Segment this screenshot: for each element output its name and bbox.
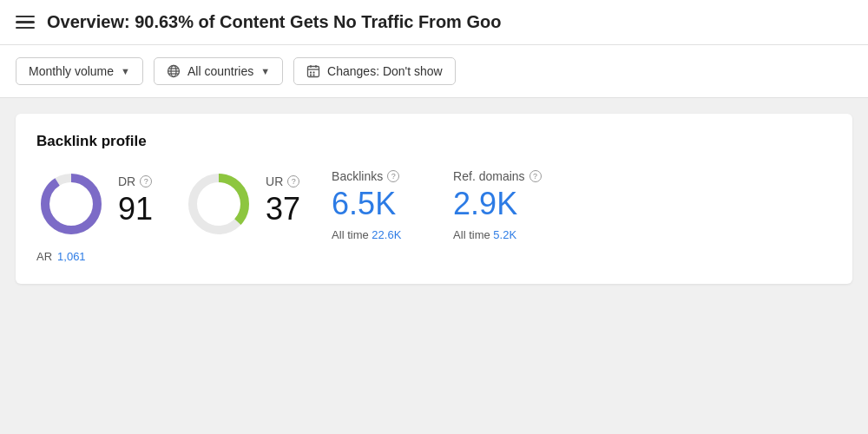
svg-rect-9 xyxy=(310,72,312,74)
hamburger-menu-icon[interactable] xyxy=(16,16,35,30)
ref-domains-label: Ref. domains ? xyxy=(453,169,543,183)
ref-domains-alltime-value: 5.2K xyxy=(493,228,516,241)
backlinks-value: 6.5K xyxy=(332,187,422,221)
monthly-volume-button[interactable]: Monthly volume ▼ xyxy=(16,57,143,85)
metrics-row: DR ? 91 xyxy=(36,169,832,241)
ur-help-icon[interactable]: ? xyxy=(287,175,299,187)
card-title: Backlink profile xyxy=(36,133,832,150)
main-content: Backlink profile DR xyxy=(0,98,868,299)
dr-metric: DR ? 91 xyxy=(36,169,184,239)
ur-metric: UR ? 37 xyxy=(184,169,332,239)
all-countries-button[interactable]: All countries ▼ xyxy=(154,57,283,85)
globe-icon xyxy=(167,64,181,78)
svg-point-15 xyxy=(52,185,90,223)
ar-label: AR xyxy=(36,250,52,263)
calendar-icon xyxy=(306,64,320,78)
backlinks-metric: Backlinks ? 6.5K All time 22.6K xyxy=(332,169,453,241)
ref-domains-metric: Ref. domains ? 2.9K All time 5.2K xyxy=(453,169,575,241)
ref-domains-sub: All time 5.2K xyxy=(453,228,543,241)
backlinks-help-icon[interactable]: ? xyxy=(387,170,399,182)
ur-label: UR ? xyxy=(266,174,300,188)
ur-value: 37 xyxy=(266,192,300,227)
chevron-down-icon: ▼ xyxy=(260,66,270,76)
monthly-volume-label: Monthly volume xyxy=(29,64,114,78)
svg-point-18 xyxy=(200,185,238,223)
chevron-down-icon: ▼ xyxy=(121,66,130,76)
page-title: Overview: 90.63% of Content Gets No Traf… xyxy=(47,12,501,32)
svg-rect-12 xyxy=(313,75,315,76)
backlinks-alltime-value: 22.6K xyxy=(372,228,401,241)
dr-label: DR ? xyxy=(118,174,153,188)
changes-label: Changes: Don't show xyxy=(327,64,443,78)
backlink-profile-card: Backlink profile DR xyxy=(16,114,852,284)
backlinks-sub: All time 22.6K xyxy=(332,228,422,241)
svg-rect-11 xyxy=(310,75,312,76)
ar-row: AR 1,061 xyxy=(36,250,832,263)
dr-help-icon[interactable]: ? xyxy=(140,175,152,187)
ur-info: UR ? 37 xyxy=(266,169,300,227)
ref-domains-help-icon[interactable]: ? xyxy=(529,170,542,182)
ar-value: 1,061 xyxy=(57,250,86,263)
ref-domains-value: 2.9K xyxy=(453,187,543,221)
header: Overview: 90.63% of Content Gets No Traf… xyxy=(0,0,868,45)
backlinks-label: Backlinks ? xyxy=(332,169,422,183)
dr-donut-chart xyxy=(36,169,106,239)
ur-donut-chart xyxy=(184,169,253,239)
dr-value: 91 xyxy=(118,192,153,227)
changes-button[interactable]: Changes: Don't show xyxy=(293,57,456,85)
dr-info: DR ? 91 xyxy=(118,169,153,227)
all-countries-label: All countries xyxy=(187,64,253,78)
svg-rect-10 xyxy=(313,72,315,74)
toolbar: Monthly volume ▼ All countries ▼ Changes… xyxy=(0,45,868,98)
